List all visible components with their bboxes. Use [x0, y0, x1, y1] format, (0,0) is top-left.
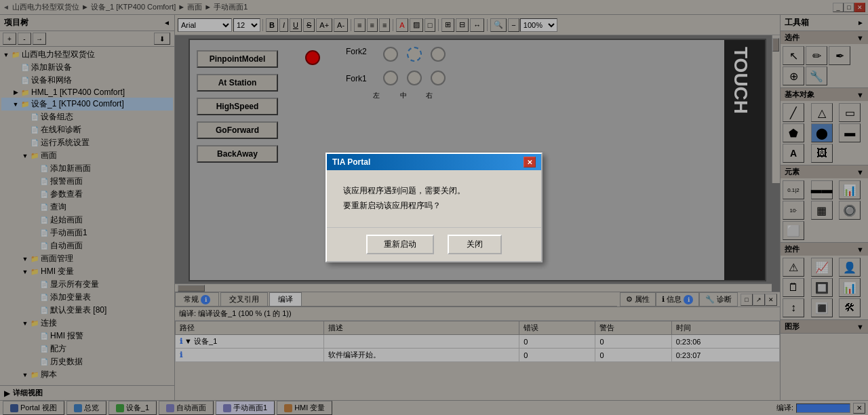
- tia-portal-dialog: TIA Portal ✕ 该应用程序遇到问题，需要关闭。 要重新启动该应用程序吗…: [326, 153, 542, 262]
- modal-message-2: 要重新启动该应用程序吗？: [343, 199, 525, 214]
- modal-overlay: TIA Portal ✕ 该应用程序遇到问题，需要关闭。 要重新启动该应用程序吗…: [0, 0, 868, 415]
- modal-title: TIA Portal: [332, 157, 370, 167]
- modal-close-btn[interactable]: ✕: [524, 157, 536, 167]
- modal-titlebar: TIA Portal ✕: [327, 154, 541, 170]
- modal-footer: 重新启动 关闭: [327, 227, 541, 261]
- modal-restart-btn[interactable]: 重新启动: [366, 235, 434, 254]
- modal-message-1: 该应用程序遇到问题，需要关闭。: [343, 184, 525, 199]
- modal-close-action-btn[interactable]: 关闭: [448, 235, 502, 254]
- modal-body: 该应用程序遇到问题，需要关闭。 要重新启动该应用程序吗？: [327, 170, 541, 226]
